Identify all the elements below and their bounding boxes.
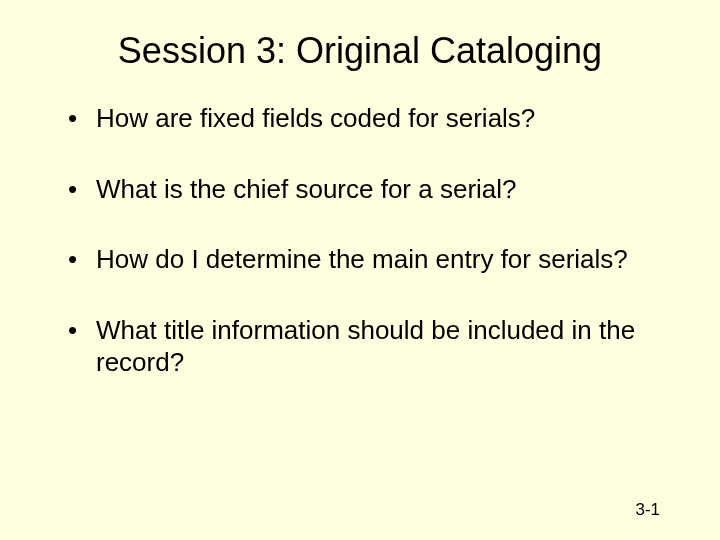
slide-title: Session 3: Original Cataloging <box>0 0 720 102</box>
list-item: What title information should be include… <box>68 314 670 379</box>
list-item: How do I determine the main entry for se… <box>68 243 670 276</box>
list-item: How are fixed fields coded for serials? <box>68 102 670 135</box>
list-item: What is the chief source for a serial? <box>68 173 670 206</box>
bullet-list: How are fixed fields coded for serials? … <box>0 102 720 379</box>
slide-number: 3-1 <box>635 500 660 520</box>
